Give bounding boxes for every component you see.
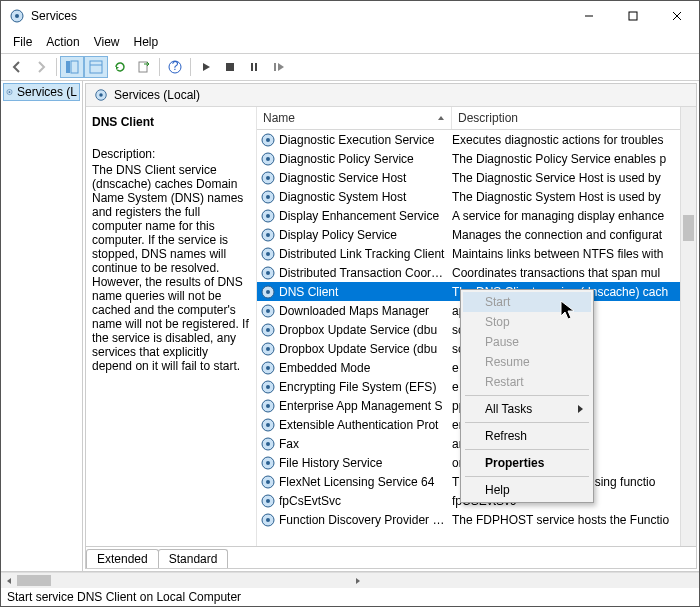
menu-item-properties[interactable]: Properties [463, 453, 591, 473]
maximize-button[interactable] [611, 1, 655, 31]
menu-item-all-tasks[interactable]: All Tasks [463, 399, 591, 419]
svg-point-62 [266, 518, 270, 522]
menu-separator [465, 395, 589, 396]
help-button[interactable]: ? [163, 56, 187, 78]
service-name: Extensible Authentication Prot [279, 418, 452, 432]
tree-root-services[interactable]: Services (L [3, 83, 80, 101]
service-row[interactable]: Diagnostic Service HostThe Diagnostic Se… [257, 168, 696, 187]
menu-separator [465, 476, 589, 477]
detail-column: DNS Client Description: The DNS Client s… [86, 107, 256, 546]
column-name[interactable]: Name [257, 107, 452, 129]
menu-separator [465, 449, 589, 450]
service-icon [260, 360, 276, 376]
menu-item-help[interactable]: Help [463, 480, 591, 500]
menu-item-stop[interactable]: Stop [463, 312, 591, 332]
svg-point-46 [266, 366, 270, 370]
close-button[interactable] [655, 1, 699, 31]
service-description: A service for managing display enhance [452, 209, 696, 223]
service-row[interactable]: Diagnostic Policy ServiceThe Diagnostic … [257, 149, 696, 168]
menu-item-refresh[interactable]: Refresh [463, 426, 591, 446]
service-name: Display Enhancement Service [279, 209, 452, 223]
export-list-button[interactable] [132, 56, 156, 78]
svg-point-40 [266, 309, 270, 313]
view-tabs: Extended Standard [86, 546, 696, 568]
horizontal-scrollbar[interactable] [1, 572, 699, 588]
service-name: Distributed Link Tracking Client [279, 247, 452, 261]
svg-point-42 [266, 328, 270, 332]
tab-standard[interactable]: Standard [158, 549, 229, 568]
svg-point-18 [9, 91, 11, 93]
services-header-icon [94, 88, 108, 102]
service-icon [260, 398, 276, 414]
menu-action[interactable]: Action [40, 33, 85, 51]
menu-item-restart[interactable]: Restart [463, 372, 591, 392]
column-description[interactable]: Description [452, 107, 696, 129]
service-icon [260, 227, 276, 243]
restart-service-button[interactable] [266, 56, 290, 78]
window-title: Services [31, 9, 567, 23]
service-description: The Diagnostic Policy Service enables p [452, 152, 696, 166]
svg-rect-16 [274, 63, 276, 71]
description-label: Description: [92, 147, 250, 161]
menu-item-resume[interactable]: Resume [463, 352, 591, 372]
forward-button[interactable] [29, 56, 53, 78]
toolbar-separator [159, 58, 160, 76]
service-icon [260, 417, 276, 433]
service-row[interactable]: Distributed Link Tracking ClientMaintain… [257, 244, 696, 263]
service-icon [260, 208, 276, 224]
service-row[interactable]: Diagnostic System HostThe Diagnostic Sys… [257, 187, 696, 206]
svg-point-28 [266, 195, 270, 199]
menu-file[interactable]: File [7, 33, 38, 51]
svg-point-30 [266, 214, 270, 218]
service-description: The Diagnostic Service Host is used by [452, 171, 696, 185]
service-name: Distributed Transaction Coordin... [279, 266, 452, 280]
menu-help[interactable]: Help [128, 33, 165, 51]
show-hide-tree-button[interactable] [60, 56, 84, 78]
refresh-button[interactable] [108, 56, 132, 78]
service-description: Manages the connection and configurat [452, 228, 696, 242]
service-row[interactable]: Display Policy ServiceManages the connec… [257, 225, 696, 244]
tab-extended[interactable]: Extended [86, 549, 159, 568]
svg-rect-14 [251, 63, 253, 71]
service-name: Diagnostic Service Host [279, 171, 452, 185]
service-name: Diagnostic Execution Service [279, 133, 452, 147]
back-button[interactable] [5, 56, 29, 78]
start-service-button[interactable] [194, 56, 218, 78]
svg-point-20 [99, 93, 103, 97]
service-row[interactable]: Display Enhancement ServiceA service for… [257, 206, 696, 225]
service-row[interactable]: Distributed Transaction Coordin...Coordi… [257, 263, 696, 282]
details-pane-button[interactable] [84, 56, 108, 78]
pause-service-button[interactable] [242, 56, 266, 78]
svg-point-26 [266, 176, 270, 180]
scrollbar-thumb[interactable] [683, 215, 694, 241]
svg-point-60 [266, 499, 270, 503]
hscroll-track[interactable] [17, 573, 350, 588]
menu-item-pause[interactable]: Pause [463, 332, 591, 352]
minimize-button[interactable] [567, 1, 611, 31]
toolbar-separator [190, 58, 191, 76]
service-icon [260, 284, 276, 300]
service-icon [260, 474, 276, 490]
description-text: The DNS Client service (dnscache) caches… [92, 163, 250, 373]
svg-rect-6 [66, 61, 70, 73]
service-icon [260, 379, 276, 395]
stop-service-button[interactable] [218, 56, 242, 78]
service-row[interactable]: Diagnostic Execution ServiceExecutes dia… [257, 130, 696, 149]
svg-rect-3 [629, 12, 637, 20]
menubar: File Action View Help [1, 31, 699, 53]
vertical-scrollbar[interactable] [680, 107, 696, 546]
svg-point-34 [266, 252, 270, 256]
hscroll-right-button[interactable] [350, 573, 366, 588]
hscroll-thumb[interactable] [17, 575, 51, 586]
svg-rect-13 [226, 63, 234, 71]
hscroll-left-button[interactable] [1, 573, 17, 588]
service-icon [260, 189, 276, 205]
menu-view[interactable]: View [88, 33, 126, 51]
service-row[interactable]: Function Discovery Provider Ho...The FDP… [257, 510, 696, 529]
svg-point-52 [266, 423, 270, 427]
column-name-label: Name [263, 111, 295, 125]
service-icon [260, 151, 276, 167]
menu-item-start[interactable]: Start [463, 292, 591, 312]
service-name: Fax [279, 437, 452, 451]
context-menu: Start Stop Pause Resume Restart All Task… [460, 289, 594, 503]
